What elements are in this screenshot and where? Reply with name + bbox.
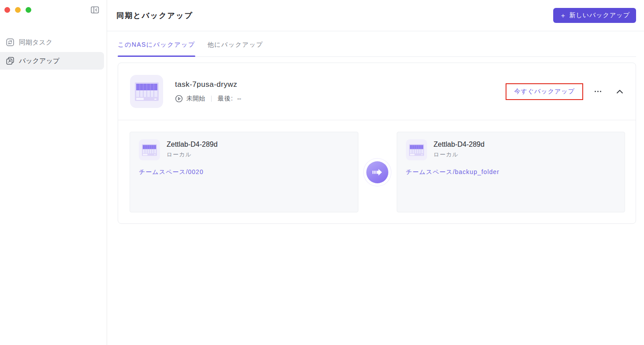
close-window-button[interactable] — [4, 7, 10, 13]
backup-icon — [6, 57, 14, 65]
tab-backup-to-this-nas[interactable]: このNASにバックアップ — [118, 41, 195, 56]
backup-now-button[interactable]: 今すぐバックアップ — [506, 83, 583, 100]
source-device-name: Zettlab-D4-289d — [167, 141, 218, 148]
tab-backup-to-other[interactable]: 他にバックアップ — [208, 41, 263, 56]
plus-icon: ＋ — [559, 11, 566, 20]
sidebar-item-label: バックアップ — [19, 57, 60, 65]
source-path-link[interactable]: チームスペース/0020 — [139, 168, 204, 176]
zoom-window-button[interactable] — [26, 7, 31, 13]
last-run-label: 最後: — [218, 95, 233, 103]
app-window: 同期タスク バックアップ 同期とバックアップ ＋ 新しいバックアップ — [0, 0, 644, 345]
nas-device-icon — [130, 75, 163, 108]
task-actions: 今すぐバックアップ — [506, 83, 625, 100]
sidebar-menu: 同期タスク バックアップ — [0, 33, 104, 70]
window-controls — [4, 7, 31, 13]
sidebar: 同期タスク バックアップ — [0, 0, 107, 345]
page-title: 同期とバックアップ — [116, 11, 193, 21]
sidebar-item-sync-tasks[interactable]: 同期タスク — [0, 33, 104, 51]
collapse-sidebar-icon[interactable] — [90, 5, 99, 14]
task-status-row: 未開始 最後: -- — [175, 95, 241, 103]
chevron-up-icon[interactable] — [614, 88, 625, 96]
sync-icon — [6, 38, 14, 46]
backup-task-card: task-7pusa-drywz 未開始 最後: -- — [118, 63, 636, 224]
task-name: task-7pusa-drywz — [175, 80, 241, 89]
divider — [211, 96, 212, 102]
transfer-arrow-icon[interactable] — [366, 161, 388, 183]
task-card-header: task-7pusa-drywz 未開始 最後: -- — [118, 63, 636, 120]
play-status-icon — [175, 95, 183, 103]
task-meta: task-7pusa-drywz 未開始 最後: -- — [175, 80, 241, 103]
nas-device-icon — [139, 139, 160, 160]
source-device-location: ローカル — [167, 151, 218, 159]
destination-panel: Zettlab-D4-289d ローカル チームスペース/backup_fold… — [397, 132, 625, 212]
destination-device-name: Zettlab-D4-289d — [434, 141, 485, 148]
nas-device-icon — [406, 139, 427, 160]
new-backup-button-label: 新しいバックアップ — [569, 11, 630, 19]
source-device: Zettlab-D4-289d ローカル — [139, 139, 349, 160]
task-status: 未開始 — [186, 95, 205, 103]
backup-tabs: このNASにバックアップ 他にバックアップ — [118, 31, 636, 57]
last-run-value: -- — [237, 95, 241, 102]
main-panel: 同期とバックアップ ＋ 新しいバックアップ このNASにバックアップ 他にバック… — [107, 0, 644, 345]
destination-device-info: Zettlab-D4-289d ローカル — [434, 139, 485, 159]
page-header: 同期とバックアップ ＋ 新しいバックアップ — [107, 0, 644, 31]
task-card-body: Zettlab-D4-289d ローカル チームスペース/0020 — [118, 120, 636, 223]
source-panel: Zettlab-D4-289d ローカル チームスペース/0020 — [130, 132, 358, 212]
source-device-info: Zettlab-D4-289d ローカル — [167, 139, 218, 159]
new-backup-button[interactable]: ＋ 新しいバックアップ — [553, 8, 636, 23]
destination-device-location: ローカル — [434, 151, 485, 159]
transfer-zone — [358, 161, 397, 183]
destination-path-link[interactable]: チームスペース/backup_folder — [406, 168, 499, 176]
sidebar-item-label: 同期タスク — [19, 38, 52, 47]
sidebar-item-backup[interactable]: バックアップ — [0, 52, 104, 70]
minimize-window-button[interactable] — [15, 7, 21, 13]
destination-device: Zettlab-D4-289d ローカル — [406, 139, 616, 160]
more-options-icon[interactable] — [592, 88, 604, 95]
